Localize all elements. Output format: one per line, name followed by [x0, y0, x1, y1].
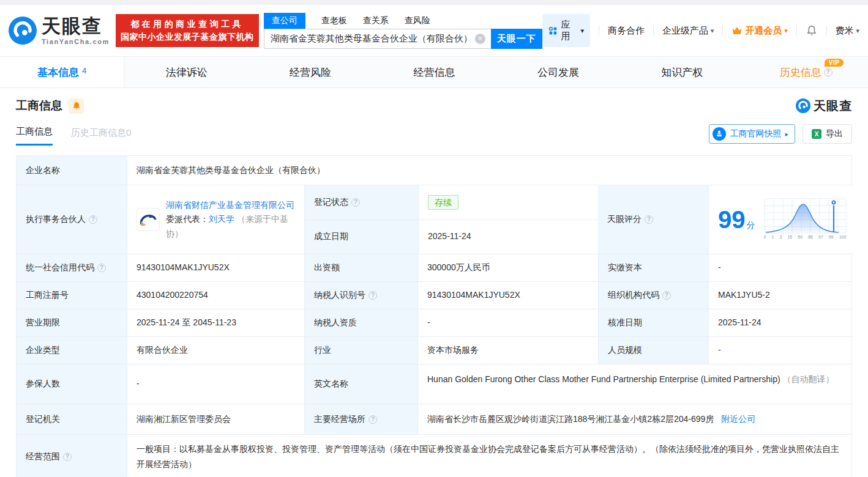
- excel-icon: X: [812, 129, 821, 139]
- export-button[interactable]: X 导出: [803, 124, 852, 144]
- registration-authority-value: 湖南湘江新区管理委员会: [127, 404, 304, 434]
- page-top-strip: [0, 0, 868, 5]
- score-distribution-chart: 0131550859799100: [764, 198, 847, 241]
- score-label: 天眼评分 ?: [598, 185, 708, 254]
- help-icon[interactable]: ?: [63, 453, 72, 461]
- taxpayer-quality-label: 纳税人资质: [304, 309, 417, 336]
- brand-name: 天眼查: [42, 17, 110, 35]
- credit-code-value: 91430104MAK1JYU52X: [127, 254, 304, 281]
- table-row-authority-address: 登记机关 湖南湘江新区管理委员会 主要经营场所 ? 湖南省长沙市岳麓区观沙岭街道…: [17, 404, 851, 434]
- help-icon[interactable]: ?: [369, 415, 377, 424]
- address-value: 湖南省长沙市岳麓区观沙岭街道滨江路188号湘江基金小镇2栋2层204-699房 …: [417, 404, 851, 434]
- notification-bell-icon[interactable]: [806, 24, 818, 37]
- arrow-right-icon: ▸: [785, 130, 788, 138]
- help-icon[interactable]: ?: [89, 215, 97, 224]
- top-nav: 应用 ▾ 商务合作 企业级产品 ▾ 开通会员 ▾ 费米 ▾: [542, 14, 859, 47]
- tianyancha-logo-icon: [796, 98, 810, 113]
- org-code-value: MAK1JYU5-2: [708, 282, 851, 309]
- company-type-value: 有限合伙企业: [127, 337, 304, 364]
- table-row-company-type: 企业类型 有限合伙企业 行业 资本市场服务 人员规模 -: [17, 336, 851, 364]
- divider: [722, 26, 723, 35]
- apps-label: 应用: [561, 19, 577, 42]
- table-row-established: 成立日期 2025-11-24: [305, 220, 598, 254]
- nearby-companies-link[interactable]: 附近公司: [721, 414, 755, 424]
- table-row-business-term: 营业期限 2025-11-24 至 2045-11-23 纳税人资质 - 核准日…: [17, 309, 851, 336]
- site-header: 天眼查 TianYanCha.com 都在用的商业查询工具 国家中小企业发展子基…: [0, 5, 868, 56]
- tab-history-info[interactable]: 历史信息 ? VIP: [744, 57, 868, 87]
- taxpayer-quality-value: -: [417, 309, 598, 336]
- company-name-value: 湖南省金芙蓉其他类母基金合伙企业（有限合伙）: [127, 156, 851, 185]
- tab-legal[interactable]: 法律诉讼: [124, 57, 248, 87]
- tianyancha-logo[interactable]: 天眼查 TianYanCha.com: [9, 17, 110, 45]
- search-tab-relation[interactable]: 查关系: [363, 13, 389, 29]
- help-icon[interactable]: ?: [662, 291, 671, 300]
- official-snapshot-button[interactable]: 工商官网快照 ▸: [709, 124, 795, 144]
- established-label: 成立日期: [305, 220, 418, 254]
- help-icon[interactable]: ?: [824, 68, 832, 76]
- monitor-bell-button[interactable]: [69, 98, 84, 114]
- score-number: 99: [718, 206, 746, 233]
- approval-date-value: 2025-11-24: [708, 309, 851, 336]
- divider: [599, 26, 599, 35]
- business-term-label: 营业期限: [17, 309, 127, 336]
- table-row-partner: 执行事务合伙人 ? 湖南省财信产业基金管理有限公司 委派代表：刘天学 （来源于中…: [17, 185, 851, 254]
- help-icon[interactable]: ?: [645, 215, 653, 224]
- nav-enterprise-products[interactable]: 企业级产品 ▾: [662, 25, 714, 37]
- industry-value: 资本市场服务: [417, 337, 598, 364]
- search-tab-company[interactable]: 查公司: [264, 13, 305, 29]
- company-tabbar: 基本信息 4 法律诉讼 经营风险 经营信息 公司发展 知识产权 历史信息 ? V…: [0, 56, 868, 88]
- search-tab-boss[interactable]: 查老板: [321, 13, 347, 29]
- partner-value: 湖南省财信产业基金管理有限公司 委派代表：刘天学 （来源于中基协）: [127, 185, 304, 254]
- company-type-label: 企业类型: [17, 337, 127, 364]
- bell-icon: [72, 102, 81, 110]
- partner-label: 执行事务合伙人 ?: [17, 185, 127, 254]
- subtab-business-info[interactable]: 工商信息: [16, 126, 53, 146]
- chevron-down-icon: ▾: [711, 27, 714, 35]
- rep-name-link[interactable]: 刘天学: [209, 214, 234, 224]
- tab-basic-info[interactable]: 基本信息 4: [0, 57, 124, 87]
- divider: [653, 26, 654, 35]
- search-tab-risk[interactable]: 查风险: [405, 13, 430, 29]
- search-input[interactable]: [264, 29, 491, 49]
- help-icon[interactable]: ?: [369, 291, 377, 300]
- credit-code-label: 统一社会信用代码 ?: [17, 254, 127, 281]
- score-axis-ticks: 0131550859799100: [764, 234, 847, 241]
- brand-domain: TianYanCha.com: [42, 39, 110, 45]
- english-name-value: Hunan Golden Furong Other Class Mother F…: [417, 364, 851, 404]
- tab-operating-info[interactable]: 经营信息: [372, 57, 496, 87]
- tab-operating-risk[interactable]: 经营风险: [249, 57, 372, 87]
- divider: [826, 26, 827, 35]
- insured-count-label: 参保人数: [17, 364, 127, 404]
- help-icon[interactable]: ?: [351, 198, 360, 207]
- paid-capital-label: 实缴资本: [598, 254, 708, 281]
- approval-date-label: 核准日期: [598, 309, 708, 336]
- search-button[interactable]: 天眼一下: [491, 29, 542, 49]
- subtab-history-business-info[interactable]: 历史工商信息0: [71, 127, 131, 145]
- username: 费米: [835, 25, 853, 37]
- app-grid-icon: [548, 26, 558, 36]
- status-value: 存续: [418, 185, 598, 220]
- tab-intellectual-property[interactable]: 知识产权: [620, 57, 744, 87]
- apps-menu[interactable]: 应用 ▾: [542, 14, 590, 47]
- search-tabs: 查公司 查老板 查关系 查风险: [264, 12, 542, 29]
- nav-open-vip[interactable]: 开通会员 ▾: [731, 25, 788, 37]
- nav-user-menu[interactable]: 费米 ▾: [835, 25, 859, 37]
- table-row-credit-code: 统一社会信用代码 ? 91430104MAK1JYU52X 出资额 300000…: [17, 254, 851, 281]
- business-info-table: 企业名称 湖南省金芙蓉其他类母基金合伙企业（有限合伙） 执行事务合伙人 ? 湖南…: [16, 155, 852, 477]
- table-row-registration-number: 工商注册号 430104200220754 纳税人识别号 ? 91430104M…: [17, 281, 851, 309]
- divider: [796, 26, 797, 35]
- business-scope-label: 经营范围 ?: [17, 435, 127, 477]
- partner-company-link[interactable]: 湖南省财信产业基金管理有限公司: [166, 200, 294, 210]
- score-value: 99分: [708, 185, 856, 254]
- established-value: 2025-11-24: [418, 220, 598, 254]
- help-icon[interactable]: ?: [97, 264, 106, 272]
- tab-company-development[interactable]: 公司发展: [496, 57, 620, 87]
- vip-badge: VIP: [825, 59, 844, 67]
- chevron-down-icon: ▾: [784, 27, 788, 35]
- crown-icon: [731, 25, 743, 36]
- status-badge: 存续: [428, 195, 458, 210]
- clear-search-icon[interactable]: ×: [475, 34, 485, 44]
- nav-cooperation[interactable]: 商务合作: [608, 25, 645, 37]
- stamp-icon: [713, 127, 726, 141]
- status-label: 登记状态 ?: [305, 185, 418, 220]
